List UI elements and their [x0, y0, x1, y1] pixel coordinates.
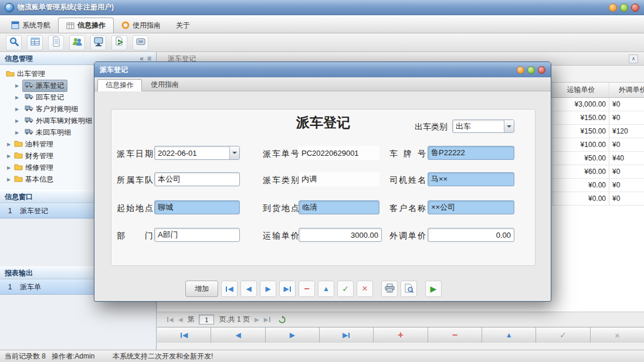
device-icon — [135, 36, 146, 49]
dispatch-no-value: PC20220629001 — [299, 146, 379, 160]
fleet-label: 所属车队 — [117, 175, 153, 186]
app-window: 物流账单管理系统(非注册用户) 系统导航 信息操作 使用指南 — [0, 0, 644, 362]
department-field[interactable]: A部门 — [154, 228, 240, 242]
nav-last-button[interactable]: ▶ — [320, 327, 373, 343]
origin-field[interactable]: 聊城 — [154, 200, 240, 214]
expand-arrow-icon[interactable]: ▶ — [14, 95, 20, 100]
prev-page-button[interactable]: ◀ — [178, 316, 183, 323]
dispatch-date-field[interactable]: 2022-06-01 — [154, 146, 240, 160]
add-button[interactable]: 增加 — [185, 281, 218, 297]
expand-arrow-icon[interactable]: ▶ — [14, 107, 20, 112]
post-record-button[interactable]: ✓ — [337, 281, 354, 297]
device-button[interactable] — [133, 35, 148, 50]
dialog-tab-info-operation[interactable]: 信息操作 — [97, 79, 142, 91]
nav-delete-button[interactable]: − — [428, 327, 482, 343]
record-prev-button[interactable]: ◀ — [240, 281, 257, 297]
nav-edit-button[interactable]: ▲ — [482, 327, 535, 343]
record-first-button[interactable]: ◀ — [221, 281, 238, 297]
cell-freight-price: ¥0.00 — [553, 179, 609, 192]
cancel-record-button[interactable]: × — [357, 281, 373, 297]
print-button[interactable] — [381, 281, 398, 297]
nav-post-button[interactable]: ✓ — [536, 327, 589, 343]
tree-item-label: 财务管理 — [25, 151, 53, 161]
minimize-button[interactable] — [609, 4, 617, 12]
vehicle-category-value: 出车 — [453, 121, 504, 132]
last-page-button[interactable]: ▶ — [264, 316, 271, 323]
search-button[interactable] — [6, 35, 22, 50]
menu-tab-label: 关于 — [176, 21, 190, 30]
freight-price-field[interactable]: 3000.00 — [299, 228, 382, 242]
window-grid-icon — [11, 21, 19, 29]
tab-system-navigation[interactable]: 系统导航 — [4, 18, 58, 33]
item-number: 1 — [0, 283, 20, 291]
expand-arrow-icon[interactable]: ▶ — [6, 142, 12, 147]
dialog-close-button[interactable] — [538, 66, 545, 74]
department-label: 部门 — [117, 231, 153, 241]
cell-freight-price: ¥100.00 — [553, 138, 609, 151]
collapse-panel-icon[interactable]: ∧ — [629, 54, 638, 63]
dialog-button-row: 增加 ◀ ◀ ▶ ▶ − ▲ ✓ × ▶ — [185, 280, 442, 298]
maximize-button[interactable] — [620, 4, 628, 12]
delete-record-button[interactable]: − — [299, 281, 315, 297]
fleet-field[interactable]: 本公司 — [154, 172, 240, 186]
plate-no-field[interactable]: 鲁P22222 — [428, 146, 514, 160]
section-header-label: 信息窗口 — [5, 192, 33, 202]
cell-freight-price: ¥3,000.00 — [553, 98, 609, 111]
dialog-tab-user-guide[interactable]: 使用指南 — [143, 78, 187, 91]
expand-arrow-icon[interactable]: ▶ — [6, 177, 12, 182]
dropdown-arrow-icon[interactable] — [504, 120, 514, 132]
column-header-freight-price[interactable]: 运输单价 — [553, 83, 609, 97]
vehicle-category-select[interactable]: 出车 — [452, 119, 514, 133]
tree-item-label: 客户对账明细 — [36, 104, 78, 114]
expand-arrow-icon[interactable]: ▶ — [14, 83, 20, 88]
nav-prev-button[interactable]: ◀ — [211, 327, 265, 343]
nav-insert-button[interactable]: + — [374, 327, 427, 343]
menu-tab-label: 系统导航 — [22, 21, 50, 30]
column-header-external-price[interactable]: 外调单价 — [609, 83, 644, 97]
close-button[interactable] — [631, 4, 639, 12]
dispatch-no-label: 派车单号 — [263, 149, 299, 159]
expand-arrow-icon[interactable]: ▶ — [14, 118, 20, 124]
customer-field[interactable]: ××公司 — [428, 200, 514, 214]
expand-arrow-icon[interactable]: ▶ — [14, 130, 20, 135]
vehicle-icon — [25, 128, 33, 136]
record-last-button[interactable]: ▶ — [279, 281, 296, 297]
first-page-button[interactable]: ◀ — [167, 316, 174, 323]
tab-user-guide[interactable]: 使用指南 — [114, 18, 168, 33]
dialog-minimize-button[interactable] — [517, 66, 524, 74]
expand-arrow-icon[interactable]: ▶ — [6, 165, 12, 170]
window-controls — [609, 4, 639, 12]
menu-tab-label: 信息操作 — [77, 21, 106, 30]
cell-freight-price: ¥150.00 — [553, 111, 609, 124]
record-navigator: ◀ ◀ ▶ ▶ + − ▲ ✓ × — [157, 327, 644, 343]
page-prefix-label: 第 — [187, 315, 194, 325]
run-report-button[interactable]: ▶ — [425, 281, 442, 297]
edit-record-button[interactable]: ▲ — [318, 281, 334, 297]
refresh-button[interactable] — [278, 316, 286, 324]
new-document-button[interactable] — [48, 35, 64, 50]
driver-field[interactable]: 马×× — [428, 172, 514, 186]
page-number-input[interactable]: 1 — [199, 315, 214, 325]
app-logo-icon — [5, 3, 14, 12]
folder-icon — [14, 152, 23, 160]
vehicle-icon — [25, 81, 33, 90]
folder-icon — [14, 175, 23, 184]
nav-first-button[interactable]: ◀ — [157, 327, 211, 343]
tab-info-operation[interactable]: 信息操作 — [58, 18, 114, 33]
next-page-button[interactable]: ▶ — [255, 316, 259, 323]
export-button[interactable] — [111, 35, 127, 50]
nav-next-button[interactable]: ▶ — [266, 327, 319, 343]
external-price-field[interactable]: 0.00 — [428, 228, 514, 242]
tab-about[interactable]: 关于 — [168, 18, 198, 33]
grid-view-button[interactable] — [27, 35, 43, 50]
record-next-button[interactable]: ▶ — [260, 281, 276, 297]
monitor-button[interactable] — [90, 35, 106, 50]
expand-arrow-icon[interactable]: ▶ — [6, 153, 12, 159]
dialog-maximize-button[interactable] — [527, 66, 535, 74]
users-button[interactable] — [69, 35, 85, 50]
print-preview-button[interactable] — [401, 281, 417, 297]
dialog-window-controls — [517, 66, 545, 74]
dropdown-arrow-icon[interactable] — [229, 146, 239, 159]
nav-cancel-button[interactable]: × — [591, 327, 644, 343]
destination-field[interactable]: 临清 — [299, 200, 379, 214]
